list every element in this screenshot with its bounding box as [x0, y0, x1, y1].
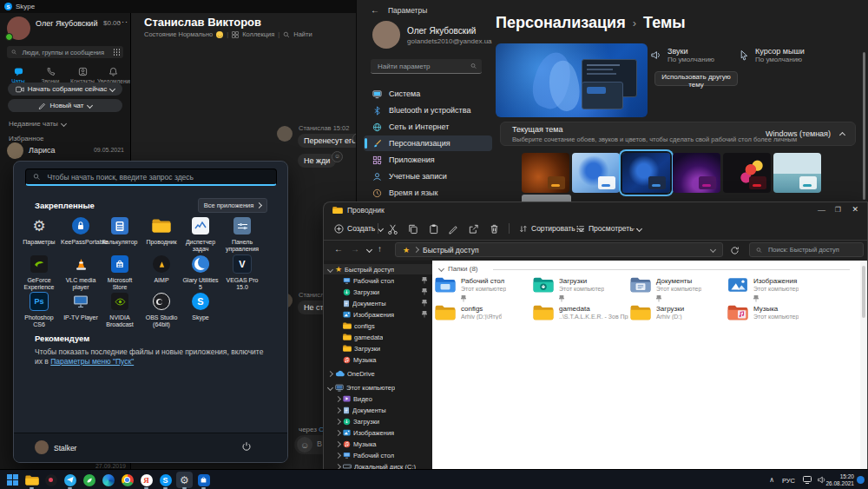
start-app-glary[interactable]: Glary Utilities 5 — [181, 254, 220, 291]
taskbar-store[interactable] — [195, 472, 212, 488]
folder-item-downloads[interactable]: ЗагрузкиЭтот компьютер — [533, 277, 628, 303]
taskbar-yandex[interactable]: Я — [138, 472, 155, 488]
user-avatar[interactable] — [35, 440, 49, 454]
folder-item-pictures[interactable]: ИзображенияЭтот компьютер — [727, 277, 823, 303]
settings-search-input[interactable] — [376, 62, 470, 71]
gallery-label[interactable]: Коллекция — [242, 30, 274, 38]
copy-button[interactable] — [407, 221, 418, 235]
skype-search-input[interactable] — [20, 48, 109, 57]
status-text[interactable]: Состояние Нормально — [144, 30, 213, 38]
tree-item[interactable]: Видео — [324, 393, 432, 404]
all-apps-button[interactable]: Все приложения — [198, 198, 267, 213]
tree-item[interactable]: gamedata — [324, 332, 432, 342]
start-button[interactable] — [4, 472, 21, 488]
maximize-button[interactable]: ❐ — [835, 206, 841, 214]
settings-nav-bluetooth[interactable]: Bluetooth и устройства — [364, 102, 492, 118]
folders-group-header[interactable]: Папки (8) — [439, 265, 478, 273]
theme-thumb-flower[interactable] — [723, 153, 771, 193]
tree-item[interactable]: Рабочий стол — [324, 275, 432, 286]
recent-locations-icon[interactable] — [366, 247, 372, 253]
sort-button[interactable]: Сортировать — [518, 221, 583, 235]
tree-item[interactable]: Музыка — [324, 354, 432, 365]
tree-item[interactable]: Изображения — [324, 309, 432, 320]
tree-item[interactable]: Документы — [324, 405, 432, 415]
taskbar-explorer[interactable] — [23, 472, 40, 488]
taskbar-settings[interactable]: ⚙ — [176, 472, 193, 488]
start-app-parameters[interactable]: ⚙Параметры — [19, 215, 59, 246]
tree-item[interactable]: Музыка — [324, 439, 432, 449]
account-avatar[interactable] — [372, 21, 400, 49]
paste-button[interactable] — [428, 221, 439, 235]
tray-expand-icon[interactable]: ∧ — [769, 476, 774, 484]
start-app-aimp[interactable]: AIMP — [141, 254, 181, 284]
start-app-control-panel[interactable]: Панель управления — [222, 215, 262, 253]
tree-this-pc[interactable]: Этот компьютер — [324, 382, 432, 393]
taskbar-skype[interactable]: S — [157, 472, 174, 488]
forward-icon[interactable]: → — [351, 244, 359, 254]
tree-item[interactable]: Загрузки — [324, 416, 432, 426]
settings-nav-accounts[interactable]: Учетные записи — [364, 169, 492, 184]
start-settings-link[interactable]: Параметры меню "Пуск" — [50, 357, 134, 366]
tree-item[interactable]: Загрузки — [324, 343, 432, 354]
theme-thumb-landscape[interactable] — [773, 153, 821, 193]
taskbar-edge[interactable] — [100, 472, 116, 488]
folder-item-configs[interactable]: configsArhiv (D:)\Ятуб — [435, 305, 530, 331]
theme-thumb-bloom-light[interactable] — [572, 153, 620, 193]
tree-item[interactable]: Локальный диск (C:) — [324, 461, 432, 469]
theme-thumb-bloom-dark-selected[interactable] — [622, 153, 670, 193]
start-app-vegas[interactable]: VVEGAS Pro 15.0 — [222, 254, 262, 291]
share-button[interactable] — [468, 221, 479, 235]
taskbar-chrome[interactable] — [119, 472, 135, 488]
start-app-explorer[interactable]: Проводник — [141, 215, 181, 246]
tab-chats[interactable]: Чаты — [3, 67, 34, 84]
theme-thumb-glow[interactable] — [673, 153, 720, 193]
start-search[interactable] — [25, 169, 277, 186]
taskbar-green-app[interactable] — [81, 472, 97, 488]
tree-item[interactable]: Документы — [324, 298, 432, 308]
find-label[interactable]: Найти — [293, 30, 312, 38]
tab-calls[interactable]: Звонки — [35, 67, 66, 84]
chevron-down-icon[interactable] — [710, 247, 716, 253]
use-other-theme-button[interactable]: Использовать другую тему — [654, 71, 738, 86]
more-options-button[interactable]: ··· — [629, 221, 640, 235]
start-app-store[interactable]: Microsoft Store — [100, 254, 140, 291]
folder-item-downloads-d[interactable]: ЗагрузкиArhiv (D:) — [630, 305, 726, 331]
settings-nav-time-language[interactable]: Время и язык — [364, 185, 492, 201]
skype-search[interactable] — [7, 46, 123, 58]
volume-icon[interactable] — [817, 475, 826, 485]
breadcrumb-root[interactable]: Персонализация — [496, 14, 626, 32]
skype-titlebar[interactable]: S Skype — [0, 0, 356, 13]
close-button[interactable]: ✕ — [852, 205, 858, 214]
start-app-skype[interactable]: SSkype — [181, 291, 220, 321]
start-app-photoshop[interactable]: PsPhotoshop CS6 — [19, 291, 59, 328]
recent-chats-label[interactable]: Недавние чаты — [9, 120, 66, 128]
folder-item-music[interactable]: МузыкаЭтот компьютер — [727, 305, 823, 331]
settings-titlebar[interactable]: ← Параметры — [371, 5, 427, 15]
new-chat-button[interactable]: Новый чат — [8, 99, 122, 112]
tree-item[interactable]: Загрузки — [324, 287, 432, 297]
chat-list-item[interactable]: Лариса 09.05.2021 — [0, 142, 130, 161]
explorer-search[interactable] — [749, 242, 864, 257]
tree-item[interactable]: configs — [324, 320, 432, 331]
delete-button[interactable] — [489, 221, 500, 235]
up-icon[interactable]: ↑ — [378, 244, 382, 254]
folder-item-desktop[interactable]: Рабочий столЭтот компьютер — [435, 277, 530, 303]
network-icon[interactable] — [802, 475, 812, 485]
skype-more-menu[interactable]: ··· — [118, 17, 128, 26]
power-button[interactable] — [241, 441, 252, 452]
emoji-picker-icon[interactable]: ☺ — [297, 437, 312, 453]
rename-button[interactable] — [448, 221, 459, 235]
add-reaction-icon[interactable]: ☺ — [332, 151, 343, 162]
scrollbar[interactable] — [860, 261, 867, 469]
tab-contacts[interactable]: Контакты — [67, 67, 98, 84]
start-app-geforce[interactable]: GeForce Experience — [19, 254, 59, 291]
back-icon[interactable]: ← — [334, 244, 343, 254]
settings-nav-personalization[interactable]: Персонализация — [364, 135, 492, 151]
start-app-vlc[interactable]: VLC media player — [61, 254, 101, 291]
scrollbar[interactable] — [863, 52, 865, 200]
breadcrumb-field[interactable]: ★ Быстрый доступ — [395, 242, 723, 257]
skype-user-name[interactable]: Олег Якубовский — [36, 19, 97, 28]
new-button[interactable]: Создать — [334, 221, 383, 235]
dialpad-icon[interactable] — [114, 49, 119, 56]
tree-item[interactable]: Изображения — [324, 427, 432, 438]
